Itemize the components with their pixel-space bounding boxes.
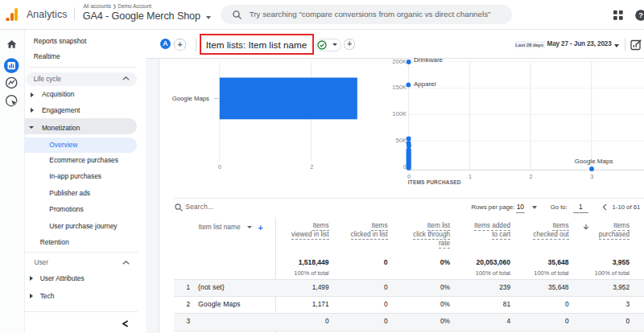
svg-text:ITEMS PURCHASED: ITEMS PURCHASED: [408, 179, 461, 185]
svg-text:Google Maps: Google Maps: [172, 95, 209, 102]
svg-text:1: 1: [469, 173, 472, 180]
svg-text:150K: 150K: [392, 84, 407, 91]
svg-text:0: 0: [403, 163, 407, 171]
svg-text:?: ?: [638, 11, 643, 19]
svg-text:100K: 100K: [392, 110, 407, 117]
svg-text:Google Maps: Google Maps: [575, 158, 613, 165]
svg-text:2: 2: [529, 173, 532, 180]
svg-text:2: 2: [310, 163, 313, 171]
svg-text:50K: 50K: [396, 137, 407, 144]
svg-text:3: 3: [590, 173, 593, 180]
svg-text:Drinkware: Drinkware: [414, 58, 444, 64]
svg-text:Apparel: Apparel: [414, 80, 436, 88]
svg-text:200K: 200K: [392, 58, 407, 65]
svg-text:0: 0: [407, 173, 411, 180]
svg-text:0: 0: [218, 163, 221, 171]
